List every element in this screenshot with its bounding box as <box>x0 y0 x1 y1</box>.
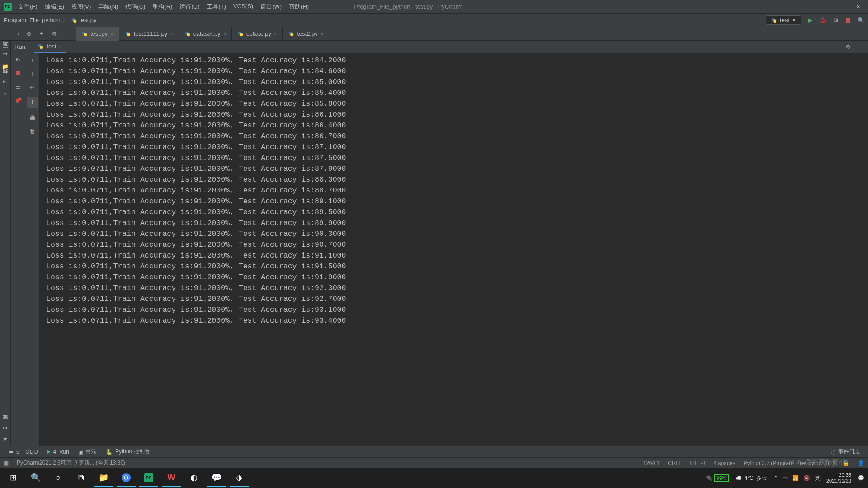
clear-all-icon[interactable]: 🗑 <box>29 127 36 135</box>
print-icon[interactable]: 🖶 <box>29 114 36 121</box>
up-arrow-icon[interactable]: ↑ <box>29 56 36 63</box>
menu-item[interactable]: 窗口(W) <box>260 3 282 11</box>
run-tab-label: 4: Run <box>53 449 69 455</box>
app-icon-1[interactable]: ◐ <box>184 469 203 487</box>
folder-rail-icon[interactable]: 📁 <box>2 63 9 70</box>
ime-indicator[interactable]: 英 <box>815 474 820 482</box>
lock-icon[interactable]: 🔒 <box>843 460 849 466</box>
search-taskbar-icon[interactable]: 🔍 <box>26 469 45 487</box>
tabbar-tools: ▭ ⊕ ÷ ⚙ — <box>13 30 76 38</box>
down-arrow-icon[interactable]: ↓ <box>29 70 36 77</box>
explorer-icon[interactable]: 📁 <box>94 469 113 487</box>
hide-icon[interactable]: — <box>63 30 71 38</box>
bottom-tab-run[interactable]: ▶4: Run <box>42 446 74 458</box>
layout-button[interactable]: ▭ <box>14 83 22 90</box>
maximize-button[interactable]: ▢ <box>839 3 844 10</box>
run-tab-test[interactable]: test × <box>34 41 65 53</box>
project-view-icon[interactable]: ▭ <box>13 30 20 38</box>
svg-point-5 <box>84 33 87 36</box>
stop-run-button[interactable] <box>14 70 22 77</box>
bottom-tab-event-log[interactable]: ◌事件日志 <box>826 446 864 458</box>
file-encoding[interactable]: UTF-8 <box>690 460 706 466</box>
collapse-icon[interactable]: ÷ <box>38 30 45 38</box>
tab-label: test2.py <box>297 30 318 37</box>
close-button[interactable]: ✕ <box>855 3 861 10</box>
volume-icon[interactable]: 🔇 <box>803 475 810 481</box>
hide-run-icon[interactable]: — <box>857 43 864 51</box>
task-view-icon[interactable]: ⧉ <box>71 469 90 487</box>
close-icon[interactable]: × <box>223 31 226 37</box>
editor-tab[interactable]: collate.py× <box>232 27 283 41</box>
menu-item[interactable]: 视图(V) <box>71 3 91 11</box>
menu-item[interactable]: VCS(S) <box>233 3 253 11</box>
soft-wrap-icon[interactable]: ↩ <box>29 83 36 90</box>
breadcrumb-project[interactable]: Program_File_python <box>4 17 60 23</box>
console-output[interactable]: Loss is:0.0711,Train Accuracy is:91.2000… <box>40 53 868 446</box>
weather-widget[interactable]: ☁️ 4°C 多云 <box>735 474 767 482</box>
run-configuration-selector[interactable]: test ▼ <box>766 15 801 25</box>
pycharm-taskbar-icon[interactable]: PC <box>139 469 158 487</box>
start-button[interactable]: ⊞ <box>4 469 23 487</box>
menu-item[interactable]: 重构(R) <box>152 3 172 11</box>
tool-windows-icon[interactable]: ▣ <box>4 460 9 466</box>
settings-icon[interactable]: ⚙ <box>51 30 58 38</box>
menu-item[interactable]: 文件(F) <box>18 3 38 11</box>
tray-expand-icon[interactable]: ⌃ <box>774 475 778 481</box>
notification-icon[interactable]: 💬 <box>858 475 864 481</box>
rerun-button[interactable]: ↻ <box>14 56 22 63</box>
wifi-icon[interactable]: 📶 <box>792 475 799 481</box>
pin-button[interactable]: 📌 <box>14 97 22 104</box>
line-separator[interactable]: CRLF <box>668 460 682 466</box>
chrome-icon[interactable] <box>117 469 136 487</box>
menu-item[interactable]: 编辑(E) <box>45 3 64 11</box>
python-file-icon <box>38 43 44 50</box>
scroll-to-end-icon[interactable]: ⤓ <box>27 97 38 108</box>
menu-item[interactable]: 导航(N) <box>98 3 118 11</box>
clock-time: 20:35 <box>839 472 851 478</box>
tray-battery-icon[interactable]: ▭ <box>783 475 788 481</box>
menu-item[interactable]: 运行(U) <box>179 3 199 11</box>
minimize-button[interactable]: — <box>823 3 828 10</box>
menu-item[interactable]: 工具(T) <box>207 3 226 11</box>
status-update[interactable]: PyCharm2021.2.3可用: // 更新... (今天 13:36) <box>17 459 125 467</box>
rail-structure[interactable]: 7: 结构 <box>2 78 9 83</box>
app-icon-2[interactable]: ⬗ <box>230 469 249 487</box>
clock[interactable]: 20:35 2021/11/20 <box>826 472 851 484</box>
menu-item[interactable]: 代码(C) <box>125 3 145 11</box>
close-icon[interactable]: × <box>321 31 323 37</box>
indent-info[interactable]: 4 spaces <box>714 460 736 466</box>
bottom-tab-todo[interactable]: ≔6: TODO <box>4 446 42 458</box>
run-settings-icon[interactable]: ⚙ <box>844 43 852 51</box>
close-icon[interactable]: × <box>110 31 113 37</box>
breadcrumb-file[interactable]: test.py <box>71 17 96 23</box>
star-icon[interactable]: ★ <box>3 436 8 442</box>
wps-icon[interactable]: W <box>162 469 181 487</box>
bottom-tab-python-console[interactable]: 🐍Python 控制台 <box>101 446 155 458</box>
python-interpreter[interactable]: Python 3.7 (Program_File_python) (2) <box>744 460 835 466</box>
wechat-icon[interactable]: 💬 <box>207 469 226 487</box>
editor-tab[interactable]: test.py× <box>76 27 119 41</box>
python-file-icon <box>81 31 88 37</box>
close-icon[interactable]: × <box>59 44 61 49</box>
structure-dots-icon[interactable]: ▪▪ <box>4 91 7 96</box>
hector-icon[interactable]: 👤 <box>858 460 864 466</box>
cortana-icon[interactable]: ○ <box>49 469 68 487</box>
close-icon[interactable]: × <box>274 31 277 37</box>
rail-favorites[interactable]: 2: 收藏 <box>2 424 9 429</box>
status-bar: ▣ PyCharm2021.2.3可用: // 更新... (今天 13:36)… <box>0 457 868 468</box>
search-everywhere-button[interactable]: 🔍 <box>857 17 864 24</box>
editor-tab[interactable]: dataset.py× <box>179 27 232 41</box>
stop-button[interactable] <box>844 17 852 24</box>
editor-tab[interactable]: test2.py× <box>283 27 329 41</box>
close-icon[interactable]: × <box>170 31 173 37</box>
menu-item[interactable]: 帮助(H) <box>289 3 309 11</box>
rail-project[interactable]: 1: 项目 <box>2 42 9 55</box>
caret-position[interactable]: 1264:1 <box>643 460 660 466</box>
bottom-tab-terminal[interactable]: ▣终端 <box>74 446 101 458</box>
editor-tab[interactable]: test11111.py× <box>119 27 179 41</box>
battery-indicator[interactable]: 🔌 99% <box>706 474 729 482</box>
select-target-icon[interactable]: ⊕ <box>25 30 33 38</box>
run-button[interactable]: ▶ <box>807 17 814 24</box>
debug-button[interactable]: 🐞 <box>819 17 826 24</box>
coverage-button[interactable]: ⧉ <box>832 17 839 24</box>
